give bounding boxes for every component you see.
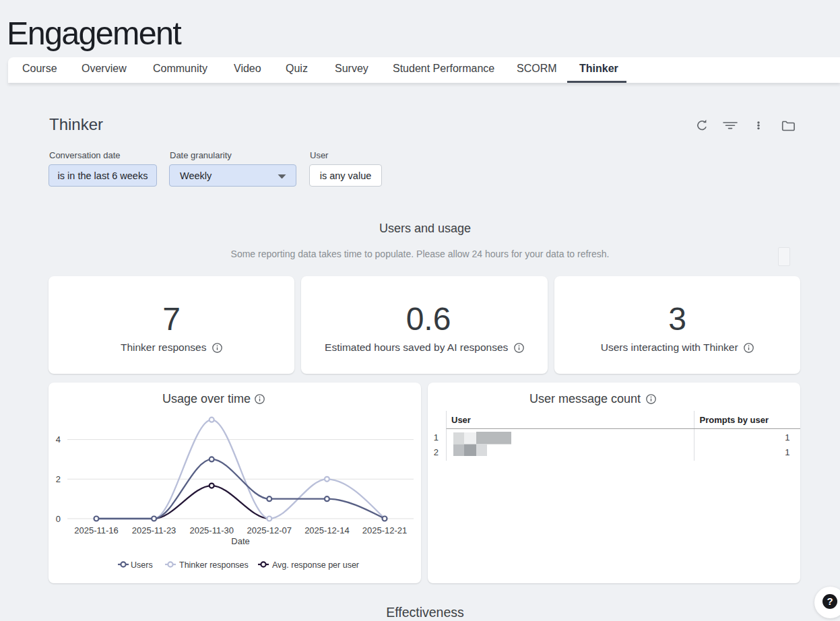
svg-text:2: 2 xyxy=(56,474,61,484)
svg-text:1: 1 xyxy=(434,432,439,443)
svg-text:1: 1 xyxy=(785,447,789,457)
svg-text:2025-12-14: 2025-12-14 xyxy=(304,525,350,535)
svg-text:User: User xyxy=(451,415,471,425)
svg-text:2025-12-07: 2025-12-07 xyxy=(247,525,292,535)
svg-text:Date: Date xyxy=(231,536,249,546)
svg-text:2025-11-30: 2025-11-30 xyxy=(189,525,234,535)
svg-text:0: 0 xyxy=(56,514,61,524)
svg-text:Users: Users xyxy=(131,560,153,570)
svg-text:1: 1 xyxy=(785,432,789,443)
svg-text:2: 2 xyxy=(434,447,439,457)
svg-text:4: 4 xyxy=(56,434,61,445)
svg-text:Prompts by user: Prompts by user xyxy=(700,415,769,425)
svg-text:Avg. response per user: Avg. response per user xyxy=(272,560,359,570)
svg-text:2025-11-23: 2025-11-23 xyxy=(132,525,176,535)
svg-text:2025-12-21: 2025-12-21 xyxy=(362,525,408,535)
svg-text:2025-11-16: 2025-11-16 xyxy=(74,525,119,535)
svg-text:Thinker responses: Thinker responses xyxy=(179,560,249,570)
